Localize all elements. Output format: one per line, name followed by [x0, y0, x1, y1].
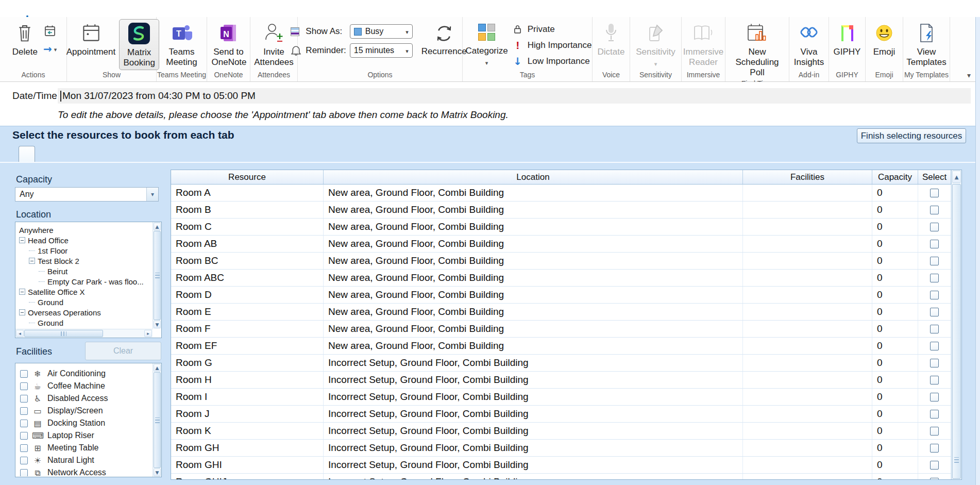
scrollbar-thumb[interactable] — [952, 184, 961, 479]
categorize-button[interactable]: Categorize — [463, 18, 511, 69]
scroll-down-icon[interactable]: ▼ — [154, 321, 161, 328]
select-checkbox[interactable] — [930, 478, 939, 480]
location-tree-item[interactable]: Overseas Operations — [16, 307, 152, 317]
location-tree-item[interactable]: Head Office — [16, 235, 152, 245]
finish-selecting-resources-button[interactable]: Finish selecting resources — [857, 128, 966, 143]
appointment-button[interactable]: Appointment — [64, 19, 118, 59]
column-header-select[interactable]: Select — [918, 170, 951, 184]
scrollbar-thumb[interactable] — [154, 231, 161, 320]
tree-expander-icon[interactable] — [29, 323, 35, 323]
select-checkbox[interactable] — [930, 240, 939, 248]
menu-tab[interactable] — [81, 0, 97, 17]
menu-tab[interactable] — [50, 0, 66, 17]
scrollbar-thumb[interactable] — [154, 372, 161, 468]
clear-facilities-button[interactable]: Clear — [85, 342, 161, 360]
giphy-button[interactable]: GIPHY — [831, 19, 864, 59]
location-tree-item[interactable]: Ground — [16, 297, 152, 307]
delete-button[interactable]: Delete — [10, 19, 40, 59]
facility-row[interactable]: ⊞ Meeting Table — [16, 442, 152, 454]
scroll-right-icon[interactable]: ▸ — [144, 330, 152, 337]
select-checkbox[interactable] — [930, 291, 939, 299]
facility-checkbox[interactable] — [20, 420, 28, 427]
low-importance-button[interactable]: Low Importance — [513, 53, 592, 69]
select-checkbox[interactable] — [930, 325, 939, 333]
facility-checkbox[interactable] — [20, 432, 28, 440]
select-checkbox[interactable] — [930, 257, 939, 265]
select-checkbox[interactable] — [930, 223, 939, 231]
matrix-booking-button[interactable]: Matrix Booking — [119, 19, 159, 70]
datetime-field[interactable]: Mon 31/07/2023 from 04:30 PM to 05:00 PM — [58, 88, 971, 104]
scroll-left-icon[interactable]: ◂ — [16, 330, 24, 337]
send-to-onenote-button[interactable]: N Send to OneNote — [209, 19, 248, 69]
menu-tab[interactable] — [35, 0, 50, 17]
teams-meeting-button[interactable]: T Teams Meeting — [162, 19, 201, 69]
recurrence-button[interactable]: Recurrence — [419, 19, 469, 58]
dropdown-arrow-icon[interactable] — [146, 188, 158, 201]
facilities-vertical-scrollbar[interactable]: ▲ ▼ — [153, 363, 161, 477]
facility-row[interactable]: ❄ Air Conditioning — [16, 367, 152, 380]
scroll-up-icon[interactable]: ▲ — [952, 171, 961, 183]
select-checkbox[interactable] — [930, 274, 939, 282]
tree-expander-icon[interactable] — [19, 309, 25, 315]
facility-checkbox[interactable] — [20, 457, 28, 464]
select-checkbox[interactable] — [930, 342, 939, 350]
table-vertical-scrollbar[interactable]: ▲ — [951, 170, 961, 479]
resource-tab[interactable] — [66, 146, 81, 162]
tree-expander-icon[interactable] — [29, 302, 35, 303]
column-header-facilities[interactable]: Facilities — [743, 170, 872, 184]
resource-tab[interactable] — [97, 146, 112, 162]
select-checkbox[interactable] — [930, 393, 939, 402]
facility-row[interactable]: ⧉ Network Access — [16, 466, 152, 476]
column-header-location[interactable]: Location — [324, 170, 743, 184]
facility-checkbox[interactable] — [20, 469, 28, 477]
scroll-up-icon[interactable]: ▲ — [154, 364, 161, 372]
select-checkbox[interactable] — [930, 410, 939, 419]
tree-horizontal-scrollbar[interactable]: ◂ ▸ — [15, 329, 153, 338]
menu-tab[interactable] — [20, 0, 35, 17]
emoji-button[interactable]: Emoji — [871, 19, 898, 59]
location-tree-item[interactable]: Satellite Office X — [16, 287, 152, 297]
facility-row[interactable]: ☀ Natural Light — [16, 454, 152, 466]
tree-expander-icon[interactable] — [19, 237, 25, 243]
column-header-capacity[interactable]: Capacity — [872, 170, 918, 184]
chevron-down-icon[interactable] — [54, 44, 57, 54]
tree-expander-icon[interactable] — [19, 289, 25, 295]
facility-checkbox[interactable] — [20, 395, 28, 403]
location-tree-item[interactable]: Beirut — [16, 266, 152, 276]
menu-tab[interactable] — [97, 0, 112, 17]
scroll-down-icon[interactable]: ▼ — [154, 469, 161, 476]
menu-tab[interactable] — [4, 0, 20, 17]
location-tree-item[interactable]: 1st Floor — [16, 245, 152, 256]
resource-tab[interactable] — [81, 146, 97, 162]
select-checkbox[interactable] — [930, 461, 939, 470]
viva-insights-button[interactable]: Viva Insights — [790, 19, 827, 69]
view-templates-button[interactable]: View Templates — [902, 19, 951, 69]
scrollbar-thumb[interactable] — [24, 330, 103, 337]
facility-row[interactable]: ☕ Coffee Machine — [16, 380, 152, 392]
tree-vertical-scrollbar[interactable]: ▲ ▼ — [153, 222, 161, 329]
facility-row[interactable]: ▭ Display/Screen — [16, 405, 152, 417]
location-tree-item[interactable]: Anywhere — [16, 225, 152, 235]
window-right-scrollbar-gutter[interactable] — [975, 17, 980, 485]
select-checkbox[interactable] — [930, 427, 939, 436]
tree-expander-icon[interactable] — [29, 250, 35, 251]
reminder-select[interactable]: 15 minutes — [350, 43, 413, 58]
select-checkbox[interactable] — [930, 444, 939, 453]
resource-tab[interactable] — [35, 146, 50, 162]
tree-expander-icon[interactable] — [39, 281, 45, 282]
facility-checkbox[interactable] — [20, 407, 28, 415]
resource-tab[interactable] — [112, 146, 128, 162]
resource-tab[interactable] — [50, 146, 66, 162]
new-scheduling-poll-button[interactable]: New Scheduling Poll — [725, 19, 789, 79]
facility-checkbox[interactable] — [20, 444, 28, 452]
column-header-resource[interactable]: Resource — [171, 170, 324, 184]
high-importance-button[interactable]: High Importance — [513, 37, 592, 53]
private-button[interactable]: Private — [513, 21, 592, 37]
facility-row[interactable]: ♿ Disabled Access — [16, 392, 152, 405]
collapse-ribbon-icon[interactable] — [967, 71, 971, 79]
facility-row[interactable]: ▤ Docking Station — [16, 417, 152, 429]
facility-checkbox[interactable] — [20, 382, 28, 390]
location-tree-item[interactable]: Test Block 2 — [16, 256, 152, 266]
select-checkbox[interactable] — [930, 376, 939, 384]
select-checkbox[interactable] — [930, 308, 939, 316]
